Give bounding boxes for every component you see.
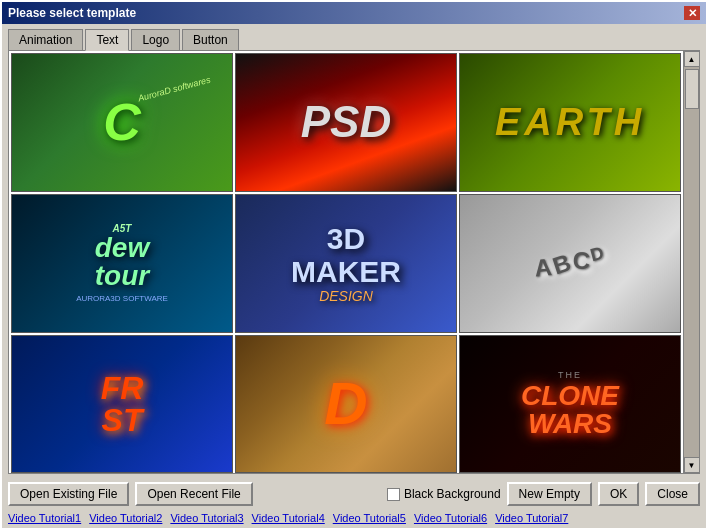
open-existing-button[interactable]: Open Existing File (8, 482, 129, 506)
tutorial-link-2[interactable]: Video Tutorial2 (89, 512, 162, 524)
black-background-text: Black Background (404, 487, 501, 501)
template-grid-area: C AuroraD softwares PSD EARTH A5T dewtou… (8, 50, 700, 474)
scroll-thumb[interactable] (685, 69, 699, 109)
tutorial-link-1[interactable]: Video Tutorial1 (8, 512, 81, 524)
scroll-down-arrow[interactable]: ▼ (684, 457, 700, 473)
tutorial-link-3[interactable]: Video Tutorial3 (170, 512, 243, 524)
template-psd[interactable]: PSD (235, 53, 457, 192)
tutorial-link-6[interactable]: Video Tutorial6 (414, 512, 487, 524)
template-aurora-label: AuroraD softwares (137, 75, 212, 104)
template-wood[interactable]: D (235, 335, 457, 474)
template-psd-text: PSD (301, 100, 391, 144)
template-grid: C AuroraD softwares PSD EARTH A5T dewtou… (9, 51, 683, 473)
main-window: Please select template ✕ Animation Text … (0, 0, 708, 530)
tabs-row: Animation Text Logo Button (2, 24, 706, 50)
scroll-track[interactable] (684, 67, 699, 457)
tutorial-link-7[interactable]: Video Tutorial7 (495, 512, 568, 524)
grid-scroll[interactable]: C AuroraD softwares PSD EARTH A5T dewtou… (9, 51, 683, 473)
new-empty-button[interactable]: New Empty (507, 482, 592, 506)
tab-button[interactable]: Button (182, 29, 239, 51)
scrollbar: ▲ ▼ (683, 51, 699, 473)
window-title: Please select template (8, 6, 136, 20)
template-earth[interactable]: EARTH (459, 53, 681, 192)
tab-logo[interactable]: Logo (131, 29, 180, 51)
template-fire[interactable]: FRST (11, 335, 233, 474)
template-aurora-text: C (103, 96, 141, 148)
bottom-bar: Open Existing File Open Recent File Blac… (2, 478, 706, 510)
template-3dmaker[interactable]: 3DMAKER DESIGN (235, 194, 457, 333)
window-close-button[interactable]: ✕ (684, 6, 700, 20)
tab-animation[interactable]: Animation (8, 29, 83, 51)
template-clonewars[interactable]: THE CLONEWARS (459, 335, 681, 474)
tutorial-bar: Video Tutorial1 Video Tutorial2 Video Tu… (2, 510, 706, 528)
ok-button[interactable]: OK (598, 482, 639, 506)
tutorial-link-4[interactable]: Video Tutorial4 (252, 512, 325, 524)
tutorial-link-5[interactable]: Video Tutorial5 (333, 512, 406, 524)
template-earth-text: EARTH (495, 103, 645, 141)
black-background-label: Black Background (387, 487, 501, 501)
template-wood-text: D (324, 374, 367, 434)
template-fire-text: FRST (101, 372, 144, 436)
tab-text[interactable]: Text (85, 29, 129, 51)
black-background-checkbox[interactable] (387, 488, 400, 501)
scroll-up-arrow[interactable]: ▲ (684, 51, 700, 67)
template-metal[interactable]: A B C D (459, 194, 681, 333)
title-bar: Please select template ✕ (2, 2, 706, 24)
open-recent-button[interactable]: Open Recent File (135, 482, 252, 506)
close-button[interactable]: Close (645, 482, 700, 506)
template-dew[interactable]: A5T dewtour AURORA3D SOFTWARE (11, 194, 233, 333)
template-aurora[interactable]: C AuroraD softwares (11, 53, 233, 192)
